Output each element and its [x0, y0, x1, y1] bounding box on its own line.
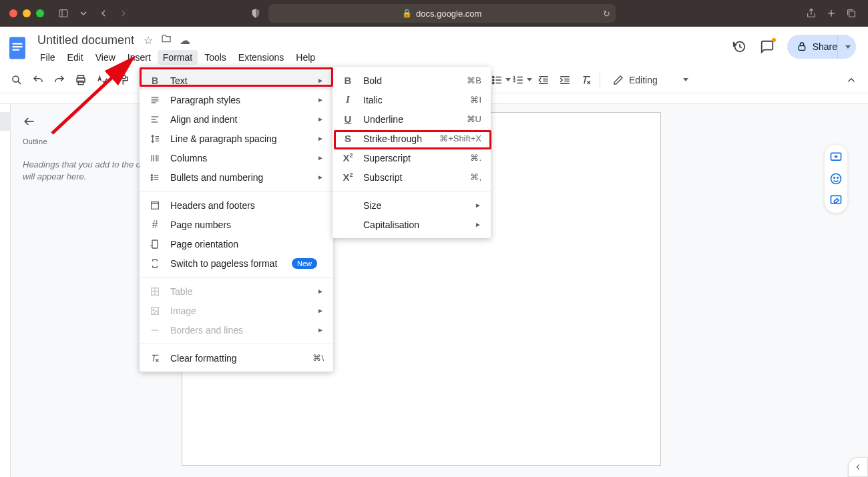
vertical-ruler[interactable] — [0, 104, 11, 477]
format-menu: BText►Paragraph styles►Align and indent►… — [140, 67, 333, 372]
format-item-image: Image► — [140, 301, 333, 320]
url-text: docs.google.com — [416, 9, 481, 19]
format-item-switch-to-pageless-format[interactable]: Switch to pageless formatNew — [140, 254, 333, 273]
share-icon[interactable] — [804, 6, 819, 21]
add-comment-icon[interactable] — [827, 149, 845, 166]
text-item-superscript[interactable]: X2Superscript⌘. — [333, 148, 491, 167]
format-item-bullets-and-numbering[interactable]: Bullets and numbering► — [140, 167, 333, 187]
comments-icon[interactable] — [759, 39, 775, 55]
svg-point-59 — [834, 177, 835, 179]
redo-icon[interactable] — [49, 70, 69, 90]
menu-bar: File Edit View Insert Format Tools Exten… — [35, 49, 320, 65]
text-item-italic[interactable]: IItalic⌘I — [333, 90, 491, 109]
svg-rect-89 — [152, 307, 159, 314]
search-icon[interactable] — [7, 70, 27, 90]
svg-rect-9 — [13, 49, 20, 51]
collapse-toolbar-icon[interactable] — [841, 70, 861, 90]
format-item-columns[interactable]: Columns► — [140, 148, 333, 167]
svg-point-12 — [13, 76, 19, 82]
minimize-window-button[interactable] — [23, 9, 31, 17]
explore-button[interactable] — [848, 457, 868, 477]
text-item-bold[interactable]: BBold⌘B — [333, 71, 491, 90]
format-item-table: Table► — [140, 282, 333, 301]
history-icon[interactable] — [731, 39, 747, 55]
tabs-icon[interactable] — [844, 6, 859, 21]
svg-text:2: 2 — [513, 79, 516, 83]
format-item-borders-and-lines: Borders and lines► — [140, 320, 333, 340]
maximize-window-button[interactable] — [36, 9, 44, 17]
emoji-reaction-icon[interactable] — [827, 170, 845, 187]
format-item-page-numbers[interactable]: #Page numbers — [140, 215, 333, 234]
numbered-list-icon[interactable]: 12 — [512, 70, 532, 90]
svg-point-33 — [493, 79, 494, 80]
address-bar[interactable]: 🔒 docs.google.com ↻ — [268, 4, 616, 23]
menu-help[interactable]: Help — [290, 50, 320, 65]
svg-rect-11 — [799, 46, 805, 51]
paint-format-icon[interactable] — [114, 70, 134, 90]
menu-edit[interactable]: Edit — [62, 50, 89, 65]
svg-point-32 — [493, 76, 494, 77]
new-tab-icon[interactable] — [824, 6, 839, 21]
share-label: Share — [813, 41, 837, 52]
reload-icon[interactable]: ↻ — [603, 9, 610, 19]
svg-rect-83 — [152, 201, 159, 209]
svg-point-60 — [837, 177, 839, 179]
increase-indent-icon[interactable] — [555, 70, 575, 90]
menu-file[interactable]: File — [35, 50, 61, 65]
star-icon[interactable]: ☆ — [144, 34, 153, 47]
browser-chrome: 🔒 docs.google.com ↻ — [0, 0, 868, 27]
docs-logo-icon[interactable] — [5, 32, 29, 64]
menu-format[interactable]: Format — [158, 50, 198, 65]
text-item-strike-through[interactable]: SStrike-through⌘+Shift+X — [333, 129, 491, 148]
menu-extensions[interactable]: Extensions — [233, 50, 289, 65]
cloud-icon[interactable]: ☁ — [180, 34, 190, 47]
share-dropdown-button[interactable] — [837, 35, 856, 59]
svg-point-77 — [151, 174, 152, 175]
svg-rect-8 — [13, 46, 23, 47]
svg-point-79 — [151, 179, 152, 180]
format-item-headers-and-footers[interactable]: Headers and footers — [140, 195, 333, 215]
text-item-size[interactable]: Size► — [333, 195, 491, 215]
sidebar-toggle-icon[interactable] — [56, 6, 71, 21]
back-button[interactable] — [96, 6, 111, 21]
format-item-page-orientation[interactable]: Page orientation — [140, 234, 333, 254]
svg-rect-85 — [152, 240, 158, 248]
editing-mode-button[interactable]: Editing — [606, 72, 695, 88]
svg-rect-5 — [849, 11, 855, 17]
text-submenu: BBold⌘BIItalic⌘IUUnderline⌘USStrike-thro… — [333, 67, 491, 238]
svg-rect-17 — [120, 75, 126, 79]
close-window-button[interactable] — [9, 9, 17, 17]
shield-icon[interactable] — [248, 6, 263, 21]
svg-line-13 — [18, 81, 21, 83]
document-title[interactable]: Untitled document — [35, 32, 137, 49]
suggest-edits-icon[interactable] — [827, 191, 845, 209]
chevron-down-icon[interactable] — [76, 6, 91, 21]
docs-header: Untitled document ☆ ☁ File Edit View Ins… — [0, 27, 868, 67]
svg-point-90 — [153, 309, 154, 310]
text-item-subscript[interactable]: X2Subscript⌘, — [333, 167, 491, 187]
side-widgets — [824, 144, 848, 213]
forward-button[interactable] — [116, 6, 131, 21]
format-item-align-and-indent[interactable]: Align and indent► — [140, 109, 333, 129]
text-item-underline[interactable]: UUnderline⌘U — [333, 109, 491, 129]
format-item-clear-formatting[interactable]: Clear formatting⌘\ — [140, 348, 333, 368]
lock-icon: 🔒 — [402, 9, 412, 18]
menu-view[interactable]: View — [90, 50, 121, 65]
window-controls — [9, 9, 44, 17]
move-icon[interactable] — [161, 33, 172, 47]
spellcheck-icon[interactable] — [92, 70, 112, 90]
format-item-line-paragraph-spacing[interactable]: Line & paragraph spacing► — [140, 129, 333, 148]
svg-rect-6 — [9, 37, 25, 59]
decrease-indent-icon[interactable] — [533, 70, 554, 90]
format-item-text[interactable]: BText► — [140, 71, 333, 90]
editing-label: Editing — [629, 75, 658, 85]
svg-point-58 — [831, 174, 841, 184]
menu-insert[interactable]: Insert — [122, 50, 156, 65]
bulleted-list-icon[interactable] — [491, 70, 511, 90]
menu-tools[interactable]: Tools — [199, 50, 232, 65]
undo-icon[interactable] — [28, 70, 48, 90]
text-item-capitalisation[interactable]: Capitalisation► — [333, 215, 491, 234]
print-icon[interactable] — [71, 70, 91, 90]
format-item-paragraph-styles[interactable]: Paragraph styles► — [140, 90, 333, 109]
clear-format-icon[interactable] — [576, 70, 596, 90]
